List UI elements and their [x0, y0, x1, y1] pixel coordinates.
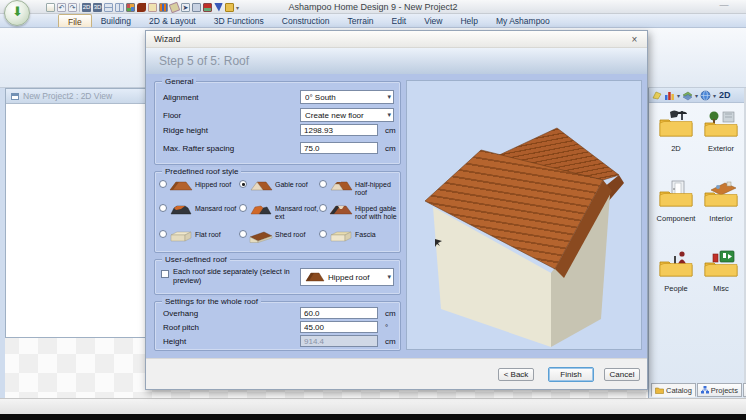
catalog-item-label: Exterior: [699, 144, 743, 153]
tab-catalog[interactable]: Catalog: [651, 383, 696, 397]
tab-view[interactable]: View: [415, 14, 451, 27]
paint-icon[interactable]: [214, 3, 223, 12]
rotate-icon[interactable]: [137, 3, 146, 12]
catalog-2d-label[interactable]: 2D: [719, 90, 731, 100]
tab-2d-layout[interactable]: 2D & Layout: [140, 14, 205, 27]
radio-button[interactable]: [319, 204, 327, 212]
catalog-item-component[interactable]: Component: [654, 180, 698, 223]
roof-option-fascia[interactable]: Fascia: [319, 230, 401, 243]
2d-view-icon[interactable]: 2D: [82, 3, 91, 12]
hipped-roof-icon: [169, 179, 193, 193]
exterior-icon: [703, 110, 739, 138]
roof-style-group-label: Predefined roof style: [162, 167, 241, 176]
pitch-unit-label: °: [385, 323, 388, 332]
shed-roof-icon: [249, 229, 273, 243]
roof-option-shed[interactable]: Shed roof: [239, 230, 319, 243]
alignment-select[interactable]: 0° South▾: [300, 90, 394, 104]
roof-option-hipped[interactable]: Hipped roof: [159, 180, 239, 193]
new-page-icon[interactable]: [46, 3, 55, 12]
roof-option-mansard-ext[interactable]: Mansard roof, ext: [239, 204, 319, 221]
catalog-item-label: 2D: [654, 144, 698, 153]
floor-select[interactable]: Create new floor▾: [300, 108, 394, 122]
undo-icon[interactable]: ↶: [57, 3, 66, 12]
dialog-titlebar[interactable]: Wizard: [146, 31, 647, 48]
user-defined-roof-group: User-defined roof Each roof side separat…: [154, 259, 401, 295]
tab-my-ashampoo[interactable]: My Ashampoo: [487, 14, 559, 27]
roof-option-flat[interactable]: Flat roof: [159, 230, 239, 243]
roof-option-mansard[interactable]: Mansard roof: [159, 204, 239, 217]
chart-icon[interactable]: [664, 90, 675, 101]
split-vertical-icon[interactable]: [115, 3, 124, 12]
measure-icon[interactable]: [159, 3, 168, 12]
radio-button[interactable]: [319, 230, 327, 238]
tab-terrain[interactable]: Terrain: [339, 14, 383, 27]
tab-edit[interactable]: Edit: [383, 14, 416, 27]
roof-option-half-hipped[interactable]: Half-hipped roof: [319, 180, 401, 197]
tab-construction[interactable]: Construction: [273, 14, 339, 27]
roof-side-checkbox[interactable]: [161, 270, 169, 278]
overhang-input[interactable]: [300, 307, 378, 319]
qat-dropdown-icon[interactable]: ▾: [236, 4, 239, 11]
general-group-label: General: [162, 77, 196, 86]
clipboard-icon[interactable]: [192, 3, 201, 12]
rafter-unit-label: cm: [385, 144, 396, 153]
wizard-dialog: Wizard × Step 5 of 5: Roof General Align…: [145, 30, 648, 390]
redo-icon[interactable]: ↷: [68, 3, 77, 12]
roof-option-hipped-gable-hole[interactable]: Hipped gable roof with hole: [319, 204, 401, 221]
roof-option-gable[interactable]: Gable roof: [239, 180, 319, 193]
close-icon[interactable]: ×: [628, 33, 641, 46]
window-icon: [11, 93, 19, 100]
minimize-icon[interactable]: —: [716, 1, 732, 11]
tab-3d-functions[interactable]: 3D Functions: [205, 14, 273, 27]
general-group: General Alignment 0° South▾ Floor Create…: [154, 81, 401, 165]
cancel-button[interactable]: Cancel: [604, 368, 640, 381]
tab-file[interactable]: File: [58, 14, 92, 27]
catalog-item-exterior[interactable]: Exterior: [699, 110, 743, 153]
rafter-spacing-input[interactable]: [300, 142, 378, 154]
ruler-icon[interactable]: [169, 1, 181, 13]
catalog-item-label: Interior: [699, 214, 743, 223]
chevron-down-icon[interactable]: ▾: [677, 92, 680, 99]
catalog-item-people[interactable]: People: [654, 250, 698, 293]
radio-button[interactable]: [159, 204, 167, 212]
overhang-label: Overhang: [163, 309, 198, 318]
folder-mini-icon[interactable]: [225, 3, 234, 12]
palette-icon[interactable]: [652, 90, 662, 100]
catalog-item-misc[interactable]: Misc: [699, 250, 743, 293]
roof-pitch-input[interactable]: [300, 321, 378, 333]
catalog-item-interior[interactable]: Interior: [699, 180, 743, 223]
flag-icon[interactable]: [203, 3, 212, 12]
radio-button[interactable]: [239, 180, 247, 188]
tab-help[interactable]: Help: [451, 14, 486, 27]
3d-view-icon[interactable]: 3D: [93, 3, 102, 12]
layers-icon[interactable]: [682, 90, 693, 101]
alignment-label: Alignment: [163, 93, 199, 102]
layout-grid-icon[interactable]: [126, 3, 135, 12]
flat-roof-icon: [169, 229, 193, 243]
menu-bar: File Building 2D & Layout 3D Functions C…: [0, 14, 746, 28]
chevron-down-icon[interactable]: ▾: [713, 92, 716, 99]
mansard-roof-icon: [169, 203, 193, 217]
globe-icon[interactable]: [700, 90, 711, 101]
back-button[interactable]: < Back: [498, 368, 534, 381]
radio-button[interactable]: [319, 180, 327, 188]
radio-button[interactable]: [159, 180, 167, 188]
app-orb-button[interactable]: ⬇: [4, 0, 30, 26]
chevron-down-icon[interactable]: ▾: [695, 92, 698, 99]
catalog-item-2d[interactable]: 2D: [654, 110, 698, 153]
pointer-icon[interactable]: ➤: [181, 3, 190, 12]
radio-button[interactable]: [239, 230, 247, 238]
ridge-height-input[interactable]: [300, 124, 378, 136]
catalog-toolbar: ▾ ▾ ▾ 2D: [649, 88, 744, 103]
roof-3d-preview[interactable]: [406, 80, 642, 350]
radio-button[interactable]: [159, 230, 167, 238]
select-cursor-icon[interactable]: [148, 3, 157, 12]
radio-button[interactable]: [239, 204, 247, 212]
user-defined-group-label: User-defined roof: [162, 255, 230, 264]
split-horizontal-icon[interactable]: [104, 3, 113, 12]
tab-projects[interactable]: Projects: [697, 383, 742, 397]
tab-building[interactable]: Building: [92, 14, 140, 27]
component-icon: [658, 180, 694, 208]
user-roof-select[interactable]: Hipped roof▾: [300, 268, 394, 286]
finish-button[interactable]: Finish: [548, 367, 594, 382]
